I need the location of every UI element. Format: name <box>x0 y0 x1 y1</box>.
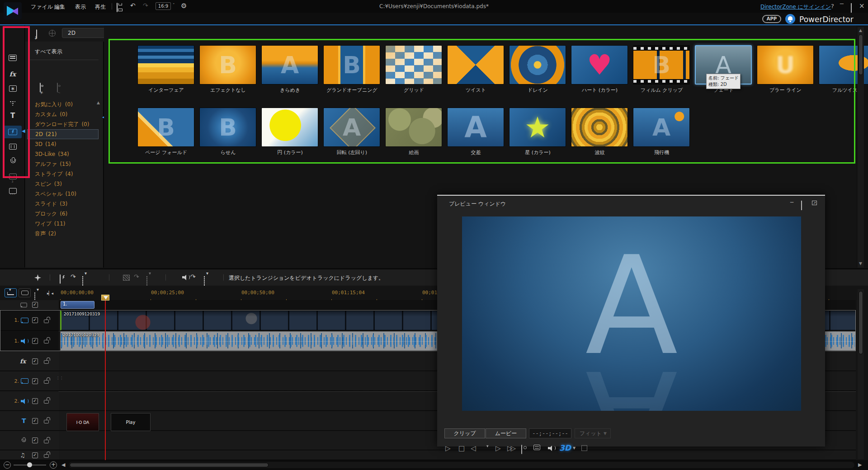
clip-mode-button[interactable]: クリップ <box>444 428 485 438</box>
transition-thumbnail[interactable] <box>447 108 504 147</box>
track-enable-checkbox[interactable] <box>32 317 38 323</box>
transition-thumbnail[interactable] <box>323 45 380 85</box>
apply-transition-icon[interactable] <box>60 274 61 284</box>
playhead-marker[interactable] <box>101 295 109 301</box>
transition-thumbnail[interactable] <box>261 45 318 85</box>
redo-icon[interactable]: ↷ <box>143 2 148 9</box>
category-item[interactable]: 音声(2) <box>27 229 99 239</box>
scroll-up-icon[interactable]: ▲ <box>859 28 862 33</box>
close-button[interactable]: × <box>859 2 865 10</box>
zoom-slider-thumb[interactable] <box>27 462 32 467</box>
category-item[interactable]: カスタム(0) <box>27 109 99 119</box>
apply-to-track-icon[interactable] <box>82 276 83 286</box>
transition-thumbnail[interactable] <box>633 45 690 85</box>
category-item[interactable]: 3D-Like(34) <box>27 149 99 159</box>
track-lock-icon[interactable] <box>44 320 49 323</box>
menu-play[interactable]: 再生 <box>95 3 106 11</box>
track-resize-handle[interactable]: ⋮⋮ <box>56 377 63 379</box>
fit-dropdown[interactable]: フィット▼ <box>575 428 611 438</box>
apply-effect-track-icon[interactable] <box>146 276 147 286</box>
category-item[interactable]: スペシャル(10) <box>27 189 99 199</box>
add-tag-icon[interactable]: + <box>40 83 41 92</box>
category-item[interactable]: 2D(21) <box>27 129 99 139</box>
restore-button[interactable] <box>851 3 852 13</box>
transition-thumbnail[interactable] <box>509 108 566 147</box>
chapter-marker-clip[interactable]: 1. <box>61 301 94 309</box>
category-item[interactable]: 3D(14) <box>27 139 99 149</box>
transition-thumbnail[interactable] <box>447 45 504 85</box>
menu-edit[interactable]: 編集 <box>54 3 65 11</box>
transition-room-icon[interactable] <box>4 126 22 138</box>
track-enable-checkbox[interactable] <box>32 452 38 458</box>
transition-thumbnail[interactable] <box>323 108 380 147</box>
movie-mode-button[interactable]: ムービー <box>486 428 526 438</box>
effect-room-icon[interactable]: fx <box>4 68 22 80</box>
timeline-vertical-scrollbar[interactable] <box>858 289 864 459</box>
scroll-down-icon[interactable]: ▼ <box>859 261 862 266</box>
apply-audio-track-icon[interactable] <box>204 276 205 286</box>
transition-thumbnail[interactable] <box>385 45 442 85</box>
aspect-ratio-dropdown[interactable]: 16:9 <box>156 2 171 10</box>
music-track-row[interactable] <box>59 451 856 460</box>
threed-chevron-icon[interactable]: ▼ <box>573 446 576 450</box>
category-item[interactable]: ブロック(6) <box>27 209 99 219</box>
category-item[interactable]: ワイプ(11) <box>27 219 99 229</box>
track-lock-icon[interactable] <box>44 454 49 458</box>
transition-thumbnail[interactable] <box>385 108 442 147</box>
save-icon[interactable] <box>117 3 118 12</box>
transition-thumbnail[interactable] <box>137 45 194 85</box>
preview-minimize-icon[interactable]: ─ <box>790 199 793 206</box>
track-enable-checkbox[interactable] <box>32 437 38 443</box>
title-room-icon[interactable]: T <box>4 109 22 122</box>
timecode-display[interactable]: --;--;--;-- <box>529 428 571 438</box>
apply-effect-arrow-icon[interactable]: ↷ <box>134 273 139 280</box>
timeline-horizontal-scrollbar[interactable] <box>69 462 854 468</box>
notification-bell-icon[interactable] <box>785 14 795 24</box>
display-options-icon[interactable] <box>533 445 540 450</box>
track-enable-checkbox[interactable] <box>32 378 38 384</box>
title-clip[interactable]: Play <box>111 413 151 431</box>
category-item[interactable]: お気に入り(0) <box>27 99 99 109</box>
preview-maximize-icon[interactable] <box>801 201 802 210</box>
apply-effect-icon[interactable] <box>123 275 130 281</box>
track-enable-checkbox[interactable] <box>32 302 38 308</box>
snapshot-camera-icon[interactable] <box>521 445 522 454</box>
subtitle-room-icon[interactable]: ... <box>4 184 22 197</box>
transition-thumbnail[interactable] <box>199 108 256 147</box>
pip-objects-room-icon[interactable]: ∗ <box>4 82 22 95</box>
track-lock-icon[interactable] <box>44 420 49 423</box>
category-item[interactable]: ストライプ(4) <box>27 169 99 179</box>
transition-thumbnail[interactable] <box>757 45 814 85</box>
preview-undock-icon[interactable]: ↗ <box>812 201 817 205</box>
voice-over-room-icon[interactable] <box>4 155 22 167</box>
category-item[interactable]: アルファ(15) <box>27 159 99 169</box>
stop-button[interactable]: □ <box>458 444 465 452</box>
settings-gear-icon[interactable]: ⚙ <box>181 2 187 10</box>
category-item[interactable]: ダウンロード完了(0) <box>27 119 99 129</box>
directorzone-signin-link[interactable]: DirectorZone にサインイン <box>760 3 831 11</box>
media-room-icon[interactable] <box>4 52 22 64</box>
scroll-right-icon[interactable]: ▶ <box>858 462 862 468</box>
track-enable-checkbox[interactable] <box>32 358 38 364</box>
chapter-room-icon[interactable]: 1 2 3 <box>4 170 22 183</box>
library-scrollbar[interactable]: ▲ ▼ <box>858 27 864 268</box>
help-button[interactable]: ? <box>831 3 834 9</box>
directorzone-download-icon[interactable] <box>49 30 56 37</box>
zoom-in-button[interactable]: + <box>50 461 57 469</box>
scroll-left-icon[interactable]: ◀ <box>61 462 65 468</box>
title-clip[interactable]: I·O DA <box>66 413 99 431</box>
fullscreen-icon[interactable] <box>581 445 587 451</box>
category-item[interactable]: スライド(3) <box>27 199 99 209</box>
audio-mixing-room-icon[interactable] <box>4 140 22 153</box>
remove-tag-icon[interactable]: − <box>57 83 58 92</box>
menu-file[interactable]: ファイル <box>31 3 53 11</box>
track-lock-icon[interactable] <box>44 360 49 364</box>
transition-thumbnail[interactable] <box>509 45 566 85</box>
apply-arrow-icon[interactable]: ↷ <box>71 273 76 280</box>
app-badge[interactable]: APP <box>762 15 781 23</box>
transition-thumbnail[interactable] <box>199 45 256 85</box>
menu-view[interactable]: 表示 <box>75 3 86 11</box>
track-lock-icon[interactable] <box>44 380 49 384</box>
apply-audio-arrow-icon[interactable]: ↷ <box>190 273 196 280</box>
transition-thumbnail[interactable] <box>571 108 628 147</box>
